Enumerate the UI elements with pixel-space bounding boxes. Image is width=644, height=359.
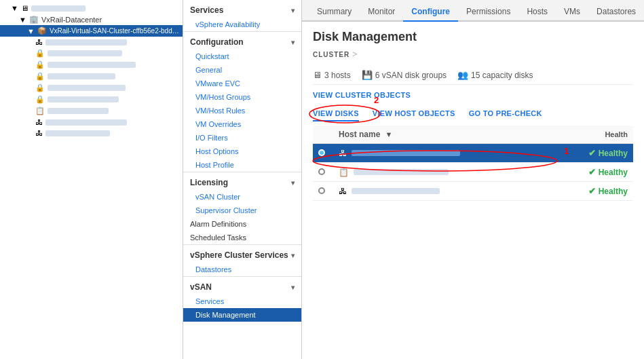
nav-item-host-profile[interactable]: Host Profile <box>183 158 301 172</box>
sidebar-item-cluster[interactable]: ▼ 📦 VxRail-Virtual-SAN-Cluster-cffb56e2-… <box>0 25 183 37</box>
th-health: Health <box>552 126 633 144</box>
services-label: Services <box>190 5 223 15</box>
cluster-label: VxRail-Virtual-SAN-Cluster-cffb56e2-bdd2… <box>50 27 180 35</box>
host4-label <box>48 73 115 79</box>
host6-icon: 🔒 <box>35 95 45 104</box>
row3-host: 🖧 <box>333 182 552 201</box>
sidebar-item-host5[interactable]: 🔒 <box>0 82 183 94</box>
sidebar-item-vm1[interactable]: 🖧 <box>0 128 183 138</box>
tab-summary[interactable]: Summary <box>309 3 360 22</box>
nav-item-scheduled-tasks[interactable]: Scheduled Tasks <box>183 231 301 244</box>
nav-item-vm-host-groups[interactable]: VM/Host Groups <box>183 90 301 104</box>
table-row[interactable]: 📋 ✔ Healthy <box>313 163 633 182</box>
radio-unselected <box>318 168 325 175</box>
action-tab-view-host-objects[interactable]: VIEW HOST OBJECTS <box>373 107 455 121</box>
sidebar-item-host2[interactable]: 🔒 <box>0 48 183 59</box>
nav-item-quickstart[interactable]: Quickstart <box>183 50 301 63</box>
host3-label <box>48 62 136 68</box>
services-chevron: ▾ <box>291 7 295 14</box>
sidebar-item-host6[interactable]: 🔒 <box>0 94 183 105</box>
sidebar-tree: ▼ 🖥 ▼ 🏢 VxRail-Datacenter ▼ 📦 VxRail-Vir… <box>0 0 183 141</box>
datacenter-label: VxRail-Datacenter <box>41 16 102 24</box>
nav-item-vm-overrides[interactable]: VM Overrides <box>183 117 301 131</box>
action-tab-go-to-precheck[interactable]: GO TO PRE-CHECK <box>469 107 542 121</box>
tab-vms[interactable]: VMs <box>556 3 588 22</box>
tab-datastores[interactable]: Datastores <box>588 3 644 22</box>
nav-item-io-filters[interactable]: I/O Filters <box>183 131 301 145</box>
row2-health-icon: ✔ <box>588 167 596 177</box>
host3-icon: 🔒 <box>35 60 45 69</box>
host1-icon: 🖧 <box>35 38 43 46</box>
hosts-icon: 🖥 <box>313 70 322 80</box>
table-row[interactable]: 🖧 ✔ Healthy <box>313 144 633 163</box>
page-title: Disk Management <box>313 30 633 44</box>
disk-groups-icon: 💾 <box>362 70 373 80</box>
nav-item-host-options[interactable]: Host Options <box>183 145 301 158</box>
disk-table: Host name ▼ Health 🖧 <box>313 126 633 201</box>
capacity-disks-icon: 👥 <box>457 70 468 80</box>
nav-section-configuration[interactable]: Configuration ▾ <box>183 31 301 50</box>
configuration-label: Configuration <box>190 37 244 47</box>
licensing-label: Licensing <box>190 178 228 187</box>
row2-health: ✔ Healthy <box>552 163 633 182</box>
tab-monitor[interactable]: Monitor <box>360 3 403 22</box>
row1-host-label <box>352 150 460 156</box>
collapse-icon-cluster: ▼ <box>27 27 35 35</box>
tab-configure[interactable]: Configure <box>403 3 458 22</box>
monitor-icon: 🖥 <box>21 4 29 12</box>
nav-section-vsphere-cluster-svc[interactable]: vSphere Cluster Services ▾ <box>183 244 301 263</box>
sidebar-item-host7[interactable]: 📋 <box>0 105 183 117</box>
nav-item-vmware-evc[interactable]: VMware EVC <box>183 77 301 90</box>
table-row[interactable]: 🖧 ✔ Healthy <box>313 182 633 201</box>
tab-bar: Summary Monitor Configure Permissions Ho… <box>302 0 644 22</box>
nav-item-general[interactable]: General <box>183 63 301 77</box>
nav-item-supervisor-cluster[interactable]: Supervisor Cluster <box>183 204 301 217</box>
collapse-icon: ▼ <box>11 4 18 12</box>
host4-icon: 🔒 <box>35 72 45 81</box>
vsphere-cluster-svc-chevron: ▾ <box>291 252 295 259</box>
sidebar-item-datacenter[interactable]: ▼ 🏢 VxRail-Datacenter <box>0 14 183 25</box>
nav-item-vsan-cluster[interactable]: vSAN Cluster <box>183 190 301 204</box>
nav-item-vsphere-avail[interactable]: vSphere Availability <box>183 18 301 31</box>
th-select <box>313 126 333 144</box>
nav-section-licensing[interactable]: Licensing ▾ <box>183 172 301 190</box>
sidebar-item-host8[interactable]: 🖧 <box>0 117 183 128</box>
nav-item-vsan-services[interactable]: Services <box>183 295 301 308</box>
nav-item-alarm-defs[interactable]: Alarm Definitions <box>183 217 301 231</box>
action-tab-view-disks[interactable]: VIEW DISKS <box>313 107 359 121</box>
row2-radio[interactable] <box>313 163 333 182</box>
filter-icon[interactable]: ▼ <box>385 130 392 138</box>
stat-capacity-disks-value: 15 capacity disks <box>471 71 533 80</box>
nav-item-datastores[interactable]: Datastores <box>183 263 301 276</box>
nav-panel: Services ▾ vSphere Availability Configur… <box>183 0 302 359</box>
nav-section-services[interactable]: Services ▾ <box>183 0 301 18</box>
host2-label <box>48 50 122 56</box>
content-area: Disk Management CLUSTER > 🖥 3 hosts 💾 6 … <box>302 22 644 359</box>
view-cluster-objects-link[interactable]: VIEW CLUSTER OBJECTS <box>313 91 411 99</box>
host8-icon: 🖧 <box>35 118 43 126</box>
row1-health-label: Healthy <box>599 149 628 158</box>
row1-radio[interactable] <box>313 144 333 163</box>
stat-capacity-disks: 👥 15 capacity disks <box>457 70 533 80</box>
nav-section-vsan[interactable]: vSAN ▾ <box>183 276 301 295</box>
nav-item-disk-management[interactable]: Disk Management <box>183 308 301 322</box>
sidebar-item-host3[interactable]: 🔒 <box>0 59 183 71</box>
breadcrumb: CLUSTER > <box>313 50 633 59</box>
host5-label <box>48 85 126 91</box>
tab-hosts[interactable]: Hosts <box>518 3 556 22</box>
sidebar-item-root[interactable]: ▼ 🖥 <box>0 3 183 14</box>
host6-label <box>48 96 119 102</box>
stat-hosts: 🖥 3 hosts <box>313 70 351 80</box>
row1-health-icon: ✔ <box>588 148 596 158</box>
nav-item-vm-host-rules[interactable]: VM/Host Rules <box>183 104 301 117</box>
collapse-icon-dc: ▼ <box>19 16 26 24</box>
sidebar-item-host4[interactable]: 🔒 <box>0 71 183 82</box>
row2-host-label <box>354 169 449 175</box>
datacenter-icon: 🏢 <box>29 15 39 24</box>
annotation-1-label: 1 <box>564 146 569 156</box>
tab-permissions[interactable]: Permissions <box>458 3 518 22</box>
host7-label <box>48 108 109 114</box>
row3-radio[interactable] <box>313 182 333 201</box>
sidebar-item-host1[interactable]: 🖧 <box>0 37 183 48</box>
stats-bar: 🖥 3 hosts 💾 6 vSAN disk groups 👥 15 capa… <box>313 66 633 85</box>
